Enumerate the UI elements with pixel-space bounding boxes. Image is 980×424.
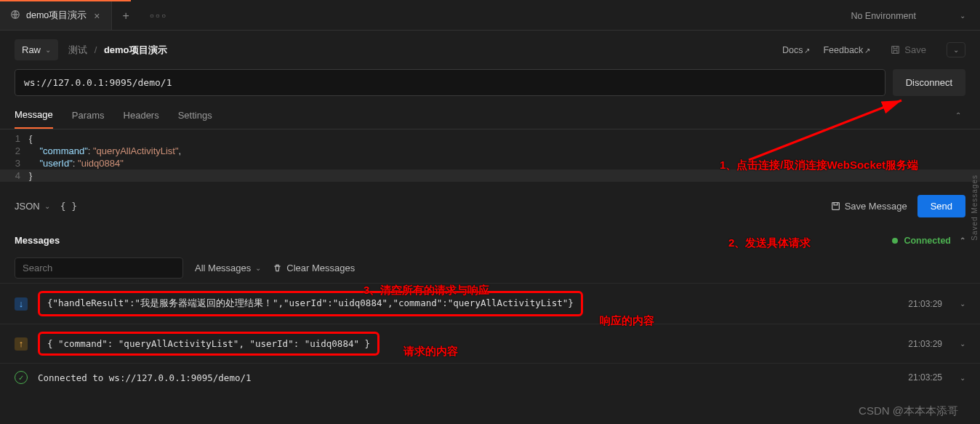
message-content: Connected to ws://127.0.0.1:9095/demo/1: [38, 372, 252, 383]
breadcrumb-parent[interactable]: 测试: [68, 44, 87, 55]
url-row: Disconnect: [0, 69, 980, 96]
message-row[interactable]: ✓ Connected to ws://127.0.0.1:9095/demo/…: [0, 363, 980, 391]
chevron-down-icon[interactable]: ⌄: [960, 300, 965, 308]
saved-messages-sidebar[interactable]: Saved Messages: [971, 175, 979, 241]
message-time: 21:03:29: [908, 299, 942, 309]
message-filter-dropdown[interactable]: All Messages ⌄: [195, 263, 261, 273]
message-time: 21:03:29: [908, 339, 942, 349]
save-button[interactable]: Save: [883, 40, 933, 60]
beautify-button[interactable]: { }: [60, 201, 77, 212]
chevron-down-icon[interactable]: ⌄: [960, 374, 965, 382]
send-button[interactable]: Send: [917, 195, 965, 217]
collapse-messages-icon[interactable]: ⌃: [960, 236, 965, 244]
svg-rect-2: [832, 203, 839, 210]
chevron-down-icon[interactable]: ⌄: [960, 340, 965, 348]
messages-label: Messages: [15, 235, 60, 246]
tab-title: demo项目演示: [26, 9, 87, 22]
json-bar: JSON ⌄ { } Save Message Send: [0, 185, 980, 228]
tab-params[interactable]: Params: [72, 103, 105, 128]
message-content: {"handleResult":"我是服务器端返回的处理结果！","userId…: [38, 291, 583, 316]
disconnect-button[interactable]: Disconnect: [893, 69, 965, 96]
url-input[interactable]: [15, 69, 885, 96]
feedback-link[interactable]: Feedback↗: [823, 45, 870, 55]
collapse-icon[interactable]: ⌃: [951, 107, 965, 124]
connection-status: Connected: [892, 236, 951, 246]
messages-header: Messages Connected ⌃: [0, 228, 980, 253]
tab-message[interactable]: Message: [15, 102, 53, 129]
breadcrumb-current: demo项目演示: [104, 44, 167, 55]
sub-tabs: Message Params Headers Settings ⌃: [0, 102, 980, 129]
toolbar: Raw ⌄ 测试 / demo项目演示 Docs↗ Feedback↗ Save…: [0, 31, 980, 69]
clear-messages-button[interactable]: Clear Messages: [273, 263, 355, 273]
docs-link[interactable]: Docs↗: [782, 45, 810, 55]
save-message-button[interactable]: Save Message: [831, 201, 907, 212]
save-dropdown-icon[interactable]: ⌄: [947, 42, 965, 57]
tab-headers[interactable]: Headers: [124, 103, 159, 128]
code-editor[interactable]: 1{ 2 "command": "queryAllActivityList", …: [0, 129, 980, 185]
more-tabs-icon[interactable]: ○○○: [140, 12, 177, 20]
message-row[interactable]: ↑ { "command": "queryAllActivityList", "…: [0, 324, 980, 363]
status-dot-icon: [892, 238, 898, 244]
chevron-down-icon: ⌄: [44, 202, 50, 210]
environment-selector[interactable]: No Environment ⌄: [836, 11, 980, 21]
filter-row: All Messages ⌄ Clear Messages: [0, 253, 980, 283]
body-type-dropdown[interactable]: JSON ⌄: [15, 201, 50, 212]
environment-label: No Environment: [851, 11, 916, 21]
breadcrumb: 测试 / demo项目演示: [68, 44, 167, 57]
search-input[interactable]: [15, 257, 183, 279]
websocket-icon: [10, 9, 20, 22]
chevron-down-icon: ⌄: [45, 46, 51, 54]
tab-item[interactable]: demo项目演示 ×: [0, 1, 112, 30]
svg-rect-1: [892, 47, 899, 54]
raw-dropdown[interactable]: Raw ⌄: [15, 39, 58, 60]
arrow-up-icon: ↑: [15, 337, 28, 351]
tab-settings[interactable]: Settings: [178, 103, 212, 128]
chevron-down-icon: ⌄: [255, 264, 261, 272]
check-icon: ✓: [15, 371, 28, 384]
close-icon[interactable]: ×: [92, 10, 101, 22]
arrow-down-icon: ↓: [15, 297, 28, 311]
add-tab-icon[interactable]: +: [112, 9, 139, 23]
chevron-down-icon: ⌄: [960, 12, 965, 20]
message-row[interactable]: ↓ {"handleResult":"我是服务器端返回的处理结果！","user…: [0, 283, 980, 324]
tab-bar: demo项目演示 × + ○○○ No Environment ⌄: [0, 1, 980, 31]
message-time: 21:03:25: [908, 372, 942, 383]
message-content: { "command": "queryAllActivityList", "us…: [38, 332, 379, 356]
watermark: CSDN @本本本添哥: [859, 404, 958, 418]
